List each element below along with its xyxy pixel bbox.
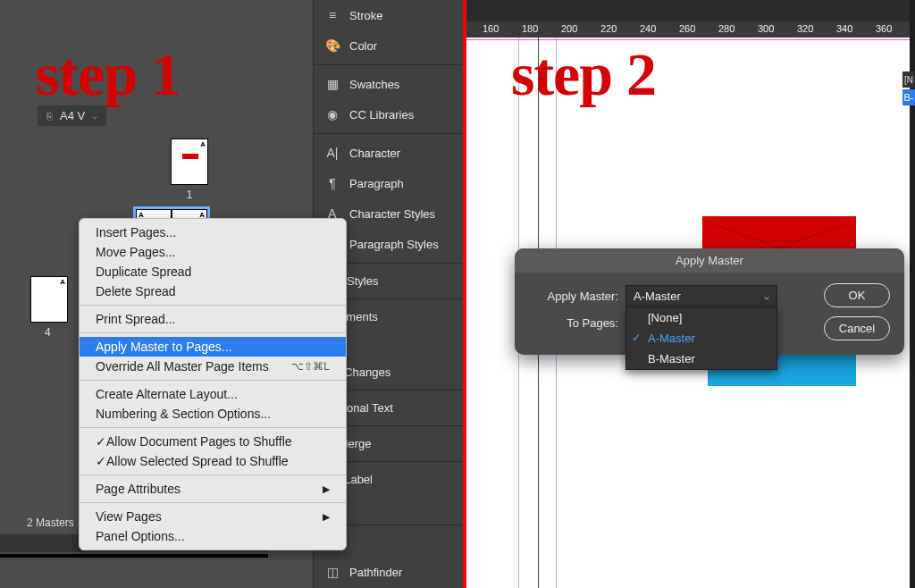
cancel-button[interactable]: Cancel — [824, 316, 890, 340]
page-number: 4 — [45, 326, 51, 339]
stroke-icon: ≡ — [324, 7, 340, 23]
scrollbar[interactable] — [910, 0, 915, 588]
panel-cc-libraries[interactable]: ◉CC Libraries — [314, 99, 463, 130]
apply-master-dialog: Apply Master Apply Master: A-Master ⌵ To… — [515, 248, 904, 355]
pathfinder-icon: ◫ — [324, 564, 340, 580]
menu-move-pages[interactable]: Move Pages... — [80, 242, 346, 262]
panel-paragraph[interactable]: ¶Paragraph — [314, 168, 463, 198]
menu-page-attributes[interactable]: Page Attributes▶ — [80, 479, 346, 499]
step1-panel: step 1 ⎘ A4 V ⌵ A 1 A A 2-3 — [0, 0, 463, 588]
dialog-title: Apply Master — [515, 248, 904, 273]
panel-footer-line — [0, 554, 268, 558]
horizontal-ruler[interactable]: 160 180 200 220 240 260 280 300 320 340 … — [466, 21, 910, 38]
ok-button[interactable]: OK — [824, 283, 890, 307]
check-icon: ✓ — [632, 332, 641, 344]
menu-duplicate-spread[interactable]: Duplicate Spread — [80, 262, 346, 281]
step1-label: step 1 — [36, 39, 180, 110]
master-dropdown-list: [None] ✓A-Master B-Master — [625, 307, 777, 370]
master-indicator: A — [198, 139, 207, 149]
step2-panel: 160 180 200 220 240 260 280 300 320 340 … — [466, 0, 915, 588]
menu-delete-spread[interactable]: Delete Spread — [80, 281, 346, 301]
color-icon: 🎨 — [324, 38, 340, 54]
page-thumbnail-1[interactable]: A — [171, 139, 208, 185]
to-pages-label: To Pages: — [529, 316, 618, 330]
submenu-arrow-icon: ▶ — [323, 511, 330, 523]
menu-insert-pages[interactable]: Insert Pages... — [80, 223, 346, 242]
menu-apply-master[interactable]: Apply Master to Pages... — [80, 337, 346, 357]
masters-count: 2 Masters — [27, 517, 74, 529]
chevron-down-icon: ⌵ — [92, 111, 97, 121]
chevron-down-icon: ⌵ — [764, 291, 769, 301]
option-b-master[interactable]: B-Master — [626, 349, 776, 369]
menu-print-spread[interactable]: Print Spread... — [80, 309, 346, 329]
panel-pathfinder[interactable]: ◫Pathfinder — [314, 557, 463, 587]
panel-stroke[interactable]: ≡Stroke — [314, 0, 463, 30]
option-none[interactable]: [None] — [626, 307, 776, 328]
cc-icon: ◉ — [324, 106, 340, 122]
apply-master-select[interactable]: A-Master ⌵ — [625, 285, 777, 307]
pages-context-menu: Insert Pages... Move Pages... Duplicate … — [79, 218, 347, 550]
page-size-value: A4 V — [60, 109, 85, 122]
page-thumbnail-4[interactable]: A — [30, 276, 68, 323]
page-size-dropdown[interactable]: ⎘ A4 V ⌵ — [38, 105, 106, 126]
menu-numbering-section[interactable]: Numbering & Section Options... — [80, 404, 346, 424]
character-icon: A| — [324, 145, 340, 161]
panel-color[interactable]: 🎨Color — [314, 30, 463, 61]
page-number: 1 — [187, 189, 193, 201]
master-tag-b[interactable]: B- — [902, 89, 915, 105]
panel-swatches[interactable]: ▦Swatches — [314, 69, 463, 99]
panel-character[interactable]: A|Character — [314, 138, 463, 168]
paragraph-icon: ¶ — [324, 175, 340, 191]
swatches-icon: ▦ — [324, 76, 340, 92]
menu-allow-doc-shuffle[interactable]: ✓Allow Document Pages to Shuffle — [80, 432, 346, 451]
apply-master-label: Apply Master: — [529, 290, 618, 303]
step2-label: step 2 — [511, 39, 656, 110]
option-a-master[interactable]: ✓A-Master — [626, 328, 776, 349]
submenu-arrow-icon: ▶ — [323, 483, 330, 495]
menu-allow-spread-shuffle[interactable]: ✓Allow Selected Spread to Shuffle — [80, 451, 346, 471]
master-tag-none[interactable]: [N — [902, 71, 915, 88]
window-chrome — [466, 0, 915, 21]
menu-panel-options[interactable]: Panel Options... — [80, 526, 346, 546]
menu-create-alternate[interactable]: Create Alternate Layout... — [80, 384, 346, 404]
menu-override-master[interactable]: Override All Master Page Items⌥⇧⌘L — [80, 357, 346, 376]
menu-view-pages[interactable]: View Pages▶ — [80, 507, 346, 526]
